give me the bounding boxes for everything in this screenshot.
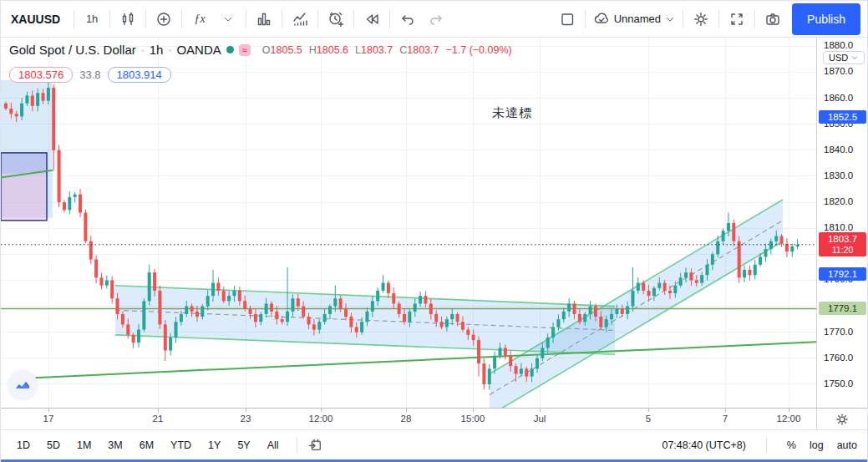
time-tick-mark <box>725 409 726 412</box>
time-tick-label: 28 <box>401 414 412 424</box>
range-button-3m[interactable]: 3M <box>102 437 128 454</box>
time-tick-mark <box>48 409 49 412</box>
price-axis[interactable]: USD 1880.01870.01860.01850.01840.01830.0… <box>816 38 867 408</box>
price-badge: 1852.5 <box>819 110 866 124</box>
plus-circle-icon <box>155 11 172 28</box>
currency-selector[interactable]: USD <box>823 51 865 64</box>
fullscreen-button[interactable] <box>723 5 751 33</box>
toolbar-separator <box>74 10 74 28</box>
range-button-1y[interactable]: 1Y <box>202 437 226 454</box>
auto-scale-button[interactable]: auto <box>837 439 857 451</box>
price-badge: 1792.1 <box>819 267 866 281</box>
price-tick-label: 1750.0 <box>824 378 867 388</box>
indicators-dropdown-button[interactable] <box>214 5 242 33</box>
price-tick-label: 1830.0 <box>824 170 867 180</box>
indicators-button[interactable]: ƒx <box>185 5 214 33</box>
interval-label: 1h <box>86 13 98 25</box>
percent-scale-button[interactable]: % <box>787 439 796 451</box>
legend-separator: · <box>141 44 145 56</box>
chart-legend: Gold Spot / U.S. Dollar · 1h · OANDA ≈ O… <box>9 43 512 83</box>
time-tick-label: 21 <box>153 414 164 424</box>
gear-icon <box>693 11 709 28</box>
snapshot-button[interactable] <box>759 5 787 33</box>
bottombar-right-group: 07:48:40 (UTC+8) % log auto <box>662 438 857 453</box>
price-tick-label: 1880.0 <box>824 40 867 50</box>
indicator-value[interactable]: 1803.576 <box>9 67 73 83</box>
toolbar-separator <box>718 10 719 28</box>
market-status-dot-icon <box>226 46 234 53</box>
alarm-clock-plus-icon <box>327 11 344 28</box>
delayed-data-icon[interactable]: ≈ <box>239 44 251 56</box>
replay-button[interactable] <box>358 5 386 33</box>
price-tick-label: 1870.0 <box>824 66 867 76</box>
publish-button[interactable]: Publish <box>792 3 860 35</box>
session-clock[interactable]: 07:48:40 (UTC+8) <box>662 439 745 451</box>
time-tick-mark <box>540 409 541 412</box>
range-button-ytd[interactable]: YTD <box>165 437 197 454</box>
date-range-buttons: 1D5D1M3M6MYTD1Y5YAll <box>11 437 290 454</box>
candlestick-icon <box>119 11 136 28</box>
time-axis[interactable]: 17212312:002815:00Jul5712:00 <box>1 408 867 429</box>
range-button-5y[interactable]: 5Y <box>231 437 256 454</box>
chart-text-annotation[interactable]: 未達標 <box>492 105 532 121</box>
time-tick-label: 17 <box>43 414 54 424</box>
chart-pane[interactable]: Gold Spot / U.S. Dollar · 1h · OANDA ≈ O… <box>1 38 816 408</box>
toolbar-separator <box>389 10 390 28</box>
time-tick-label: 5 <box>646 414 651 424</box>
toolbar-separator <box>109 10 110 28</box>
chevron-down-icon <box>850 53 859 62</box>
time-tick-mark <box>648 409 649 412</box>
compare-button[interactable] <box>150 5 178 33</box>
time-tick-mark <box>246 409 246 412</box>
ohlc-item: H1805.6 <box>309 44 348 56</box>
time-tick-label: 23 <box>241 414 251 424</box>
log-scale-button[interactable]: log <box>810 439 824 451</box>
forecast-button[interactable] <box>286 5 314 33</box>
indicator-value[interactable]: 33.8 <box>79 69 100 81</box>
currency-label: USD <box>829 53 848 63</box>
forecast-chart-icon <box>292 11 308 28</box>
time-tick-mark <box>321 409 322 412</box>
chart-canvas[interactable] <box>1 38 816 408</box>
save-layout-button[interactable]: Unnamed <box>589 5 679 33</box>
bottom-toolbar: 1D5D1M3M6MYTD1Y5YAll 07:48:40 (UTC+8) % … <box>1 429 867 459</box>
bottombar-separator <box>766 438 767 453</box>
toolbar-separator <box>317 10 318 28</box>
pane-maximize-button[interactable] <box>8 370 38 400</box>
redo-button[interactable] <box>422 5 450 33</box>
axis-settings-button[interactable] <box>816 409 867 430</box>
layout-button[interactable] <box>553 5 581 33</box>
price-tick-label: 1860.0 <box>824 93 867 103</box>
go-to-date-button[interactable] <box>304 434 326 456</box>
toolbar-separator <box>282 10 282 28</box>
alert-button[interactable] <box>322 5 350 33</box>
range-button-6m[interactable]: 6M <box>134 437 160 454</box>
settings-button[interactable] <box>687 5 715 33</box>
legend-row-symbol[interactable]: Gold Spot / U.S. Dollar · 1h · OANDA ≈ O… <box>9 43 512 57</box>
toolbar-separator <box>754 10 755 28</box>
ohlc-values: O1805.5H1805.6L1803.7C1803.7−1.7 (−0.09%… <box>262 44 512 56</box>
range-button-1d[interactable]: 1D <box>11 437 36 454</box>
interval-button[interactable]: 1h <box>78 5 106 33</box>
legend-separator: · <box>168 44 171 56</box>
undo-button[interactable] <box>393 5 422 33</box>
toolbar-right-group: Unnamed Publish <box>553 1 867 37</box>
range-button-all[interactable]: All <box>261 437 285 454</box>
toolbar-left-group: XAUUSD 1h ƒx <box>1 1 450 37</box>
range-button-1m[interactable]: 1M <box>71 437 97 454</box>
ohlc-item: −1.7 (−0.09%) <box>446 44 512 56</box>
symbol-button[interactable]: XAUUSD <box>1 5 70 33</box>
range-button-5d[interactable]: 5D <box>41 437 66 454</box>
templates-button[interactable] <box>250 5 278 33</box>
sun-icon <box>835 412 850 427</box>
time-tick-label: 7 <box>723 414 728 424</box>
indicator-value[interactable]: 1803.914 <box>108 67 171 83</box>
time-tick-label: Jul <box>534 414 546 424</box>
ohlc-item: C1803.7 <box>399 44 439 56</box>
layout-square-icon <box>559 11 576 28</box>
toolbar-separator <box>145 10 146 28</box>
toolbar-separator <box>181 10 182 28</box>
calendar-arrow-icon <box>307 438 322 453</box>
chart-style-button[interactable] <box>114 5 142 33</box>
symbol-label: XAUUSD <box>11 13 60 26</box>
